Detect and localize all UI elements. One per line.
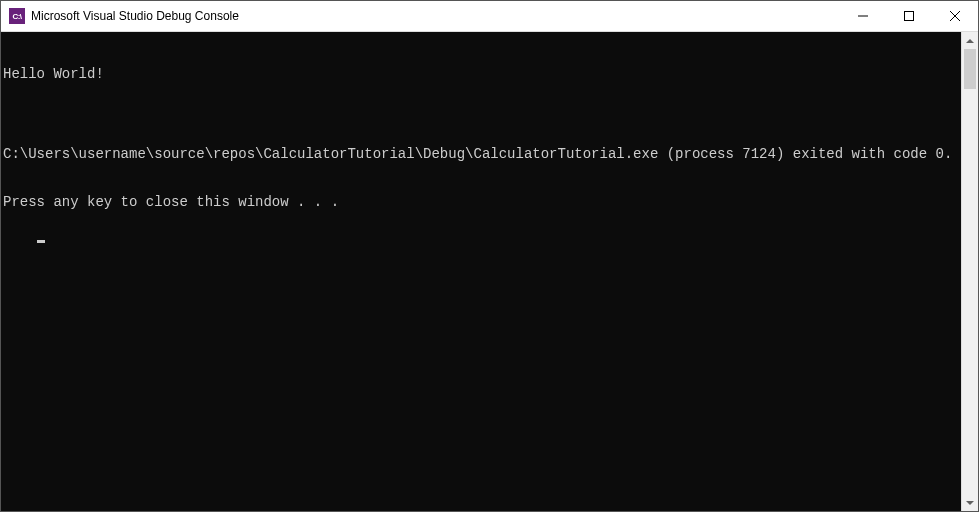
console-line: C:\Users\username\source\repos\Calculato… xyxy=(3,146,961,162)
svg-rect-1 xyxy=(905,12,914,21)
text-cursor xyxy=(37,240,45,243)
minimize-icon xyxy=(858,11,868,21)
app-icon: C:\ xyxy=(9,8,25,24)
scroll-up-arrow[interactable] xyxy=(962,32,978,49)
console-area: Hello World! C:\Users\username\source\re… xyxy=(1,32,978,511)
maximize-icon xyxy=(904,11,914,21)
svg-marker-4 xyxy=(966,39,974,43)
titlebar: C:\ Microsoft Visual Studio Debug Consol… xyxy=(1,1,978,32)
console-output[interactable]: Hello World! C:\Users\username\source\re… xyxy=(1,32,961,511)
scroll-down-arrow[interactable] xyxy=(962,494,978,511)
console-line: Press any key to close this window . . . xyxy=(3,194,961,210)
window-title: Microsoft Visual Studio Debug Console xyxy=(31,9,840,23)
scroll-thumb[interactable] xyxy=(964,49,976,89)
window-controls xyxy=(840,1,978,31)
maximize-button[interactable] xyxy=(886,1,932,31)
svg-marker-5 xyxy=(966,501,974,505)
chevron-up-icon xyxy=(966,39,974,43)
vertical-scrollbar[interactable] xyxy=(961,32,978,511)
chevron-down-icon xyxy=(966,501,974,505)
scroll-track[interactable] xyxy=(962,49,978,494)
close-icon xyxy=(950,11,960,21)
console-line: Hello World! xyxy=(3,66,961,82)
app-icon-text: C:\ xyxy=(12,12,21,21)
close-button[interactable] xyxy=(932,1,978,31)
minimize-button[interactable] xyxy=(840,1,886,31)
